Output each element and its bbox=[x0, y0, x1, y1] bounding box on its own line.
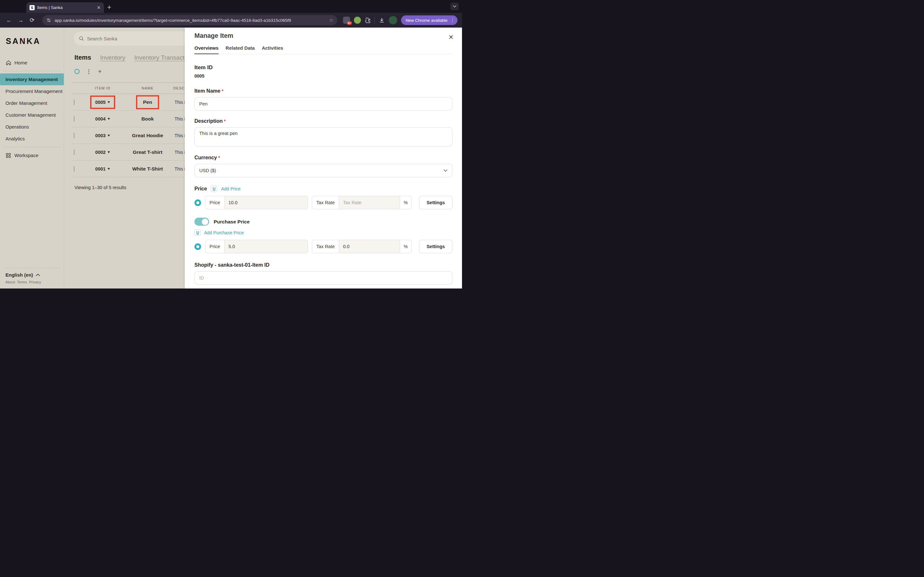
row-checkbox[interactable] bbox=[74, 133, 74, 139]
row-checkbox[interactable] bbox=[74, 99, 74, 105]
chevron-up-icon bbox=[36, 274, 40, 276]
purchase-price-label: Purchase Price bbox=[214, 219, 250, 225]
downloads-icon[interactable] bbox=[379, 17, 385, 23]
bookmark-star-icon[interactable]: ☆ bbox=[329, 17, 333, 23]
tab-items[interactable]: Items bbox=[74, 54, 91, 61]
chevron-down-icon[interactable] bbox=[107, 151, 110, 153]
sidebar-item-customer-management[interactable]: Customer Management bbox=[0, 109, 64, 121]
address-bar[interactable]: app.sanka.io/modules/inventorymanagement… bbox=[42, 15, 337, 25]
purchase-price-toggle[interactable] bbox=[194, 218, 209, 226]
tab-activities[interactable]: Activities bbox=[262, 45, 283, 51]
union-icon: U bbox=[194, 229, 201, 236]
required-mark: * bbox=[222, 89, 223, 93]
chevron-down-icon[interactable] bbox=[107, 168, 110, 170]
add-item-button[interactable]: + bbox=[98, 68, 102, 75]
browser-menu-icon[interactable]: ⋮ bbox=[450, 17, 455, 23]
row-checkbox[interactable] bbox=[74, 116, 74, 122]
settings-button[interactable]: Settings bbox=[419, 240, 452, 253]
filter-circle-icon[interactable] bbox=[74, 69, 79, 74]
drawer-title: Manage Item bbox=[194, 32, 452, 39]
percent-suffix: % bbox=[400, 240, 411, 253]
purchase-price-radio[interactable] bbox=[194, 243, 201, 250]
item-id-value: 0005 bbox=[194, 73, 452, 79]
close-icon[interactable]: ✕ bbox=[448, 33, 454, 41]
tab-close-icon[interactable]: ✕ bbox=[97, 5, 101, 11]
extension-icon-2[interactable] bbox=[354, 17, 361, 24]
price-row: Price Tax Rate % Settings bbox=[194, 196, 452, 210]
item-id-value: 0001 bbox=[95, 166, 105, 171]
currency-value: USD ($) bbox=[199, 168, 216, 173]
item-id-value: 0004 bbox=[95, 116, 105, 121]
browser-tab[interactable]: S Items | Sanka ✕ bbox=[26, 2, 104, 13]
union-icon: U bbox=[211, 185, 217, 192]
back-button[interactable]: ← bbox=[5, 16, 13, 25]
settings-button[interactable]: Settings bbox=[419, 196, 452, 210]
price-label: Price bbox=[194, 186, 207, 192]
shopify-item-id-input[interactable] bbox=[194, 271, 452, 285]
tax-rate-input[interactable] bbox=[339, 196, 400, 210]
privacy-link[interactable]: Privacy bbox=[29, 280, 41, 284]
currency-select[interactable]: USD ($) bbox=[194, 164, 452, 177]
tab-title: Items | Sanka bbox=[37, 5, 94, 10]
more-options-icon[interactable]: ⋮ bbox=[86, 68, 91, 75]
name-header: NAME bbox=[122, 86, 173, 90]
about-link[interactable]: About bbox=[5, 280, 15, 284]
terms-link[interactable]: Terms bbox=[17, 280, 27, 284]
purchase-price-row: Price Tax Rate % Settings bbox=[194, 240, 452, 253]
update-chrome-label: New Chrome available bbox=[405, 18, 447, 23]
sidebar-footer: English (en) About Terms Privacy bbox=[0, 268, 64, 288]
add-price-link[interactable]: Add Price bbox=[221, 186, 241, 191]
chevron-down-icon[interactable] bbox=[107, 101, 110, 103]
purchase-price-input[interactable] bbox=[225, 240, 308, 253]
item-name-value: Great T-shirt bbox=[122, 149, 173, 155]
sidebar-item-label: Inventory Management bbox=[5, 77, 58, 82]
drawer-tabs: Overviews Related Data Activities bbox=[194, 45, 452, 54]
chevron-down-icon bbox=[453, 5, 457, 8]
tab-related-data[interactable]: Related Data bbox=[226, 45, 255, 51]
tab-inventory[interactable]: Inventory bbox=[100, 54, 125, 61]
language-selector[interactable]: English (en) bbox=[5, 272, 64, 277]
sidebar-item-workspace[interactable]: Workspace bbox=[0, 149, 64, 161]
chevron-down-icon[interactable] bbox=[107, 135, 110, 137]
row-checkbox[interactable] bbox=[74, 166, 74, 172]
profile-avatar[interactable] bbox=[389, 16, 397, 24]
site-info-icon[interactable] bbox=[46, 18, 51, 23]
sidebar-item-label: Analytics bbox=[5, 136, 25, 141]
forward-button[interactable]: → bbox=[16, 16, 25, 25]
sidebar-nav: Home Inventory Management Procurement Ma… bbox=[0, 57, 64, 161]
sidebar-divider bbox=[3, 147, 61, 147]
description-input[interactable]: This is a great pen bbox=[194, 127, 452, 147]
tax-rate-prefix-label: Tax Rate bbox=[312, 240, 339, 253]
sidebar-item-order-management[interactable]: Order Management bbox=[0, 97, 64, 109]
browser-tab-strip: S Items | Sanka ✕ + bbox=[0, 0, 462, 13]
tab-overviews[interactable]: Overviews bbox=[194, 45, 218, 54]
purchase-tax-rate-input[interactable] bbox=[339, 240, 400, 253]
screen: S Items | Sanka ✕ + ← → ⟳ app.sanka.io/m… bbox=[0, 0, 462, 288]
sidebar-item-operations[interactable]: Operations bbox=[0, 121, 64, 133]
price-radio[interactable] bbox=[194, 199, 201, 206]
sidebar-item-inventory-management[interactable]: Inventory Management bbox=[0, 73, 64, 85]
extension-badge: 9+ bbox=[347, 21, 352, 25]
sidebar-item-home[interactable]: Home bbox=[0, 57, 64, 69]
sidebar-item-label: Order Management bbox=[5, 100, 47, 106]
add-purchase-price-link[interactable]: Add Purchase Price bbox=[204, 230, 244, 235]
item-name-input[interactable] bbox=[194, 97, 452, 111]
new-tab-button[interactable]: + bbox=[107, 4, 111, 11]
extensions-puzzle-icon[interactable] bbox=[365, 17, 371, 23]
reload-button[interactable]: ⟳ bbox=[27, 16, 37, 25]
tab-search-button[interactable] bbox=[451, 3, 459, 10]
sidebar-item-procurement-management[interactable]: Procurement Management bbox=[0, 85, 64, 97]
item-name-label: Item Name* bbox=[194, 88, 452, 94]
item-id-label: Item ID bbox=[194, 64, 452, 71]
chevron-down-icon bbox=[443, 169, 447, 172]
sidebar-item-analytics[interactable]: Analytics bbox=[0, 133, 64, 145]
extension-icon[interactable]: 9+ bbox=[343, 17, 350, 24]
update-chrome-button[interactable]: New Chrome available ⋮ bbox=[401, 15, 457, 25]
item-id-value: 0005 bbox=[95, 100, 105, 105]
chevron-down-icon[interactable] bbox=[107, 118, 110, 120]
price-input[interactable] bbox=[225, 196, 308, 210]
tax-input-group: Tax Rate % bbox=[312, 240, 412, 253]
item-id-value: 0003 bbox=[95, 133, 105, 138]
row-checkbox[interactable] bbox=[74, 149, 74, 155]
required-mark: * bbox=[218, 155, 220, 160]
